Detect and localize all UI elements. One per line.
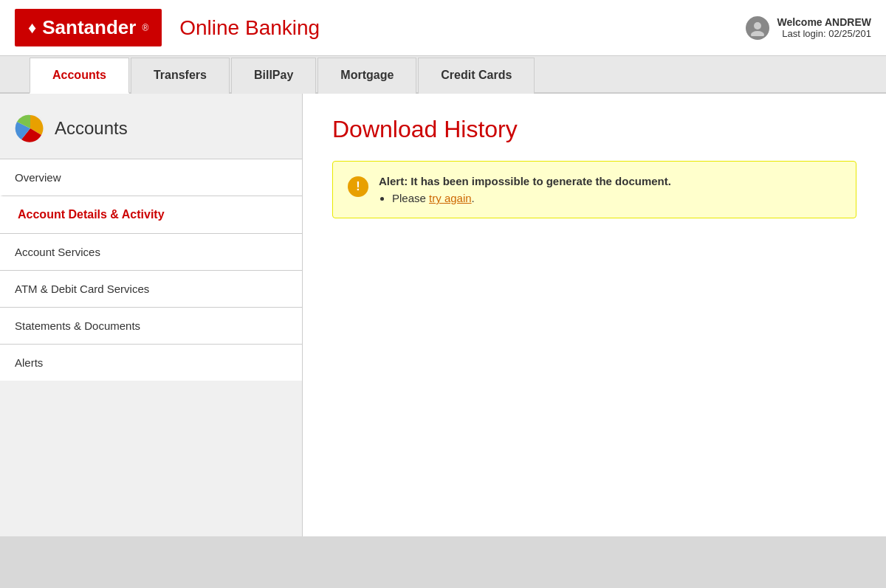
logo-registered: ® [142, 23, 148, 33]
user-text: Welcome ANDREW Last login: 02/25/201 [777, 16, 871, 39]
alert-icon-wrap: ! [348, 176, 368, 197]
content-area: Download History ! Alert: It has been im… [303, 94, 886, 536]
tab-transfers[interactable]: Transfers [131, 58, 230, 94]
alert-box: ! Alert: It has been impossible to gener… [332, 161, 856, 218]
tab-billpay[interactable]: BillPay [231, 58, 316, 94]
sidebar-item-statements[interactable]: Statements & Documents [0, 307, 302, 344]
sidebar-item-account-services[interactable]: Account Services [0, 233, 302, 270]
svg-point-0 [754, 22, 761, 30]
alert-sub-item: Please try again. [392, 192, 671, 204]
nav-tabs: Accounts Transfers BillPay Mortgage Cred… [0, 56, 886, 94]
page-title: Download History [332, 116, 856, 143]
try-again-link[interactable]: try again [429, 192, 472, 204]
alert-main-text: Alert: It has been impossible to generat… [379, 175, 671, 187]
last-login-text: Last login: 02/25/201 [777, 28, 871, 39]
alert-sub-suffix: . [472, 192, 475, 204]
sidebar: Accounts Overview Account Details & Acti… [0, 94, 303, 536]
tab-accounts[interactable]: Accounts [30, 58, 129, 94]
logo-wave-icon: ♦ [28, 18, 36, 38]
sidebar-item-account-details[interactable]: Account Details & Activity [0, 196, 302, 233]
user-info: Welcome ANDREW Last login: 02/25/201 [746, 16, 871, 40]
alert-sub-prefix: Please [392, 192, 429, 204]
sidebar-item-alerts[interactable]: Alerts [0, 344, 302, 381]
site-title: Online Banking [179, 16, 320, 40]
sidebar-item-overview[interactable]: Overview [0, 159, 302, 196]
header: ♦ Santander® Online Banking Welcome ANDR… [0, 0, 886, 56]
user-avatar-icon [746, 16, 769, 40]
alert-warning-icon: ! [348, 176, 368, 197]
logo-brand: Santander [42, 16, 136, 39]
sidebar-header: Accounts [0, 101, 302, 159]
main-layout: Accounts Overview Account Details & Acti… [0, 94, 886, 536]
welcome-text: Welcome ANDREW [777, 16, 871, 28]
tab-credit-cards[interactable]: Credit Cards [418, 58, 535, 94]
accounts-pie-icon [15, 113, 46, 144]
alert-content: Alert: It has been impossible to generat… [379, 175, 671, 204]
tab-mortgage[interactable]: Mortgage [317, 58, 416, 94]
logo[interactable]: ♦ Santander® [15, 9, 162, 46]
sidebar-title: Accounts [55, 118, 128, 139]
sidebar-menu: Overview Account Details & Activity Acco… [0, 159, 302, 381]
sidebar-item-atm-debit[interactable]: ATM & Debit Card Services [0, 270, 302, 307]
svg-point-1 [751, 31, 764, 36]
